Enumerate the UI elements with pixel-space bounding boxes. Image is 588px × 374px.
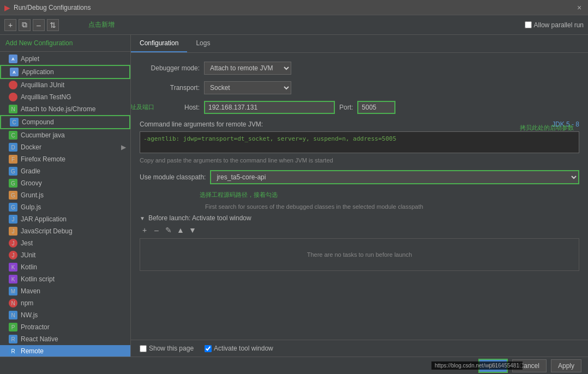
before-launch-title: Before launch: Activate tool window xyxy=(148,214,251,222)
list-item[interactable]: P Protractor xyxy=(0,321,130,333)
launch-remove-button[interactable]: – xyxy=(152,225,161,235)
module-section: Use module classpath: jres_ta5-core-api … xyxy=(140,170,579,210)
list-item-compound[interactable]: C Compound xyxy=(0,115,130,129)
list-item[interactable]: A Applet xyxy=(0,53,130,65)
arquillian-testng-icon xyxy=(9,93,17,101)
launch-empty: There are no tasks to run before launch xyxy=(140,238,579,271)
show-page-checkbox-label[interactable]: Show this page xyxy=(140,345,194,352)
add-new-hint: 点击新增 xyxy=(88,20,115,29)
main-container: + ⧉ – ⇅ 点击新增 Allow parallel run Add New … xyxy=(0,15,588,374)
cmd-label-row: Command line arguments for remote JVM: J… xyxy=(140,120,579,128)
debugger-mode-label: Debugger mode: xyxy=(140,64,200,72)
gradle-icon: G xyxy=(9,167,17,176)
jest-icon: J xyxy=(9,239,17,248)
list-item[interactable]: Arquillian JUnit xyxy=(0,79,130,91)
module-select[interactable]: jres_ta5-core-api xyxy=(210,170,579,184)
list-item[interactable]: F Firefox Remote xyxy=(0,153,130,165)
tab-configuration[interactable]: Configuration xyxy=(131,35,187,52)
delete-config-button[interactable]: – xyxy=(33,19,45,31)
launch-edit-button[interactable]: ✎ xyxy=(164,225,173,235)
list-item-application[interactable]: A Application xyxy=(0,65,130,79)
port-input[interactable] xyxy=(357,101,395,114)
list-item[interactable]: K Kotlin script xyxy=(0,273,130,285)
launch-up-button[interactable]: ▲ xyxy=(176,225,185,235)
groovy-icon: G xyxy=(9,179,17,188)
allow-parallel-label[interactable]: Allow parallel run xyxy=(525,21,584,29)
module-desc: First search for sources of the debugged… xyxy=(205,203,579,210)
toolbar: + ⧉ – ⇅ 点击新增 Allow parallel run xyxy=(0,15,588,35)
list-item[interactable]: D Docker ▶ xyxy=(0,141,130,153)
host-port-row: Host: Port: xyxy=(140,101,579,114)
list-item[interactable]: J JUnit xyxy=(0,249,130,261)
list-item[interactable]: N NW.js xyxy=(0,309,130,321)
cmd-area-container: 拷贝此处的启动参数 xyxy=(140,131,579,155)
remote-icon: R xyxy=(9,347,17,355)
list-item[interactable]: N npm xyxy=(0,297,130,309)
allow-parallel-checkbox[interactable] xyxy=(525,21,532,28)
list-item[interactable]: G Gulp.js xyxy=(0,201,130,213)
close-button[interactable]: × xyxy=(575,3,584,12)
add-config-button[interactable]: + xyxy=(4,19,16,31)
before-launch-collapse[interactable]: ▼ xyxy=(140,215,145,221)
list-item[interactable]: G Gradle xyxy=(0,165,130,177)
cmd-textarea[interactable] xyxy=(140,131,579,153)
before-launch-section: ▼ Before launch: Activate tool window + … xyxy=(140,214,579,271)
before-launch-header: ▼ Before launch: Activate tool window xyxy=(140,214,579,222)
list-item-remote[interactable]: R Remote 选择Remote xyxy=(0,345,130,357)
gruntjs-icon: G xyxy=(9,191,17,200)
host-hint: 配置地址及端口 xyxy=(131,103,154,111)
list-item[interactable]: J JavaScript Debug xyxy=(0,225,130,237)
list-item[interactable]: J JAR Application xyxy=(0,213,130,225)
tab-logs[interactable]: Logs xyxy=(187,35,219,52)
title-bar-icon: ▶ xyxy=(4,3,10,12)
host-input[interactable] xyxy=(204,101,335,114)
port-label: Port: xyxy=(339,104,353,111)
list-item[interactable]: C Cucumber java xyxy=(0,129,130,141)
list-item[interactable]: M Maven xyxy=(0,285,130,297)
module-hint: 选择工程源码路径，接着勾选 xyxy=(200,191,579,199)
copy-config-button[interactable]: ⧉ xyxy=(19,19,31,31)
maven-icon: M xyxy=(9,287,17,295)
jar-icon: J xyxy=(9,215,17,224)
activate-tool-checkbox[interactable] xyxy=(205,345,212,352)
cmd-section: Command line arguments for remote JVM: J… xyxy=(140,120,579,164)
launch-down-button[interactable]: ▼ xyxy=(188,225,197,235)
config-form: Debugger mode: Attach to remote JVM Tran… xyxy=(131,53,588,340)
npm-icon: N xyxy=(9,299,17,307)
list-item[interactable]: N Attach to Node.js/Chrome xyxy=(0,103,130,115)
react-native-icon: R xyxy=(9,335,17,343)
launch-add-button[interactable]: + xyxy=(140,225,149,235)
firefox-icon: F xyxy=(9,155,17,164)
module-row: Use module classpath: jres_ta5-core-api xyxy=(140,170,579,184)
list-item[interactable]: G Groovy xyxy=(0,177,130,189)
window-title: Run/Debug Configurations xyxy=(14,4,575,11)
list-item[interactable]: R React Native xyxy=(0,333,130,345)
gulpjs-icon: G xyxy=(9,203,17,212)
cmd-hint: Copy and paste the arguments to the comm… xyxy=(140,157,579,164)
right-panel: Configuration Logs Debugger mode: Attach… xyxy=(131,35,588,357)
attach-nodejs-icon: N xyxy=(9,105,17,113)
show-page-checkbox[interactable] xyxy=(140,345,147,352)
list-item[interactable]: G Grunt.js xyxy=(0,189,130,201)
cucumber-icon: C xyxy=(9,131,17,140)
kotlin-icon: K xyxy=(9,263,17,272)
list-item[interactable]: Arquillian TestNG xyxy=(0,91,130,103)
apply-button[interactable]: Apply xyxy=(551,359,581,372)
list-item[interactable]: J Jest xyxy=(0,237,130,249)
sort-config-button[interactable]: ⇅ xyxy=(47,19,59,31)
debugger-mode-row: Debugger mode: Attach to remote JVM xyxy=(140,62,579,75)
docker-icon: D xyxy=(9,143,17,152)
arquillian-junit-icon xyxy=(9,81,17,89)
activate-tool-checkbox-label[interactable]: Activate tool window xyxy=(205,345,273,352)
transport-select[interactable]: Socket xyxy=(204,81,291,94)
title-bar: ▶ Run/Debug Configurations × xyxy=(0,0,588,15)
module-label: Use module classpath: xyxy=(140,173,206,181)
add-new-config-label: Add New Configuration xyxy=(0,35,130,52)
left-panel: Add New Configuration A Applet A Applica… xyxy=(0,35,131,357)
list-item[interactable]: K Kotlin xyxy=(0,261,130,273)
config-list: A Applet A Application Arquillian JUnit … xyxy=(0,52,130,357)
nwjs-icon: N xyxy=(9,311,17,319)
debugger-mode-select[interactable]: Attach to remote JVM xyxy=(204,62,291,75)
junit-icon: J xyxy=(9,251,17,260)
launch-toolbar: + – ✎ ▲ ▼ xyxy=(140,225,579,235)
